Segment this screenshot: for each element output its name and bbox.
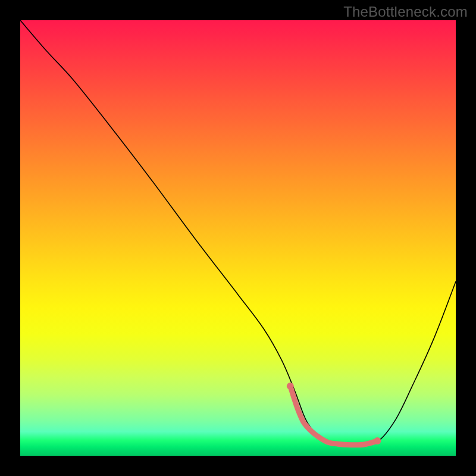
watermark-text: TheBottleneck.com	[343, 4, 468, 20]
optimal-start-dot	[287, 383, 294, 390]
optimal-range-highlight	[290, 386, 377, 445]
optimal-end-dot	[374, 437, 381, 444]
chart-container: TheBottleneck.com	[0, 0, 476, 476]
chart-svg	[20, 20, 456, 456]
plot-area	[20, 20, 456, 456]
bottleneck-curve	[20, 20, 456, 445]
